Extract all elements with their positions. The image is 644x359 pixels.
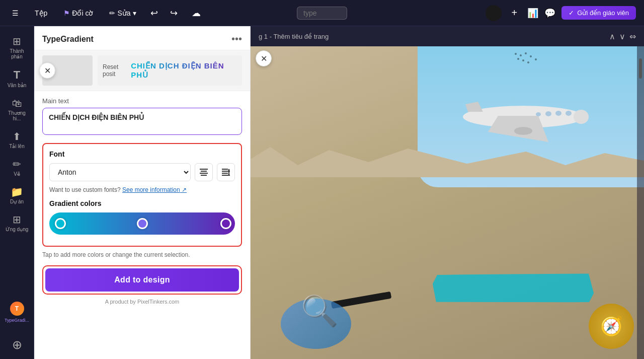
apps-icon: ⊞ (13, 214, 21, 225)
sidebar-item-upload[interactable]: ⬆ Tải lên (2, 127, 32, 153)
svg-rect-0 (200, 169, 208, 170)
svg-rect-3 (201, 175, 207, 176)
avatar[interactable] (486, 5, 502, 21)
brand-icon: 🛍 (12, 98, 22, 108)
compass-element: 🧭 (589, 304, 634, 349)
panel-content: Main text CHIẾN DỊCH ĐIỆN BIÊN PHỦ Font … (34, 91, 250, 359)
text-icon: T (14, 69, 20, 81)
branding-area: A product by PixelTinkers.com (42, 299, 242, 315)
svg-point-16 (536, 112, 541, 116)
upload-icon: ⬆ (13, 131, 21, 141)
canvas-close-button[interactable]: ✕ (256, 50, 272, 66)
typegradient-icon: T (10, 302, 24, 316)
file-button[interactable]: Tệp (31, 7, 51, 19)
svg-point-19 (520, 54, 522, 56)
svg-point-18 (515, 53, 517, 55)
font-section: Font Anton (42, 143, 242, 247)
projects-icon: 📁 (11, 187, 23, 197)
topbar-left: ☰ Tệp ⚑ Đổi cờ ✏ Sửa ▾ ↩ ↪ ☁ (8, 6, 289, 21)
canvas-expand[interactable]: ⇔ (629, 32, 636, 41)
font-select[interactable]: Anton (49, 163, 191, 181)
plugin-panel: TypeGradient ••• Reset posit CHIẾN DỊCH … (34, 26, 251, 359)
main-text-input[interactable]: CHIẾN DỊCH ĐIỆN BIÊN PHỦ (42, 108, 242, 135)
send-to-teacher-button[interactable]: ✓ Gửi đến giáo viên (561, 6, 636, 20)
sidebar-icons: ⊞ Thành phần T Văn bản 🛍 Thương hi... ⬆ … (0, 26, 34, 359)
font-section-title: Font (49, 150, 235, 158)
svg-point-23 (530, 55, 532, 57)
gradient-preview-text: CHIẾN DỊCH ĐIỆN BIÊN PHỦ (131, 61, 237, 80)
svg-marker-12 (465, 102, 483, 112)
sidebar-item-apps[interactable]: ⊞ Ứng dụng (2, 210, 32, 236)
reset-position-box[interactable]: Reset posit CHIẾN DỊCH ĐIỆN BIÊN PHỦ (98, 55, 242, 86)
canvas-nav-down[interactable]: ∨ (619, 32, 625, 41)
draw-icon: ✏ (13, 159, 21, 169)
switch-button[interactable]: ⚑ Đổi cờ (59, 7, 97, 19)
sidebar-item-components[interactable]: ⊞ Thành phần (2, 32, 32, 63)
magnifier-icon: 🔍 (301, 293, 339, 329)
add-to-design-button[interactable]: Add to design (45, 268, 239, 292)
texture-svg (513, 51, 543, 71)
canvas-scrollbar[interactable] (637, 46, 644, 359)
gradient-stop-1[interactable] (55, 218, 66, 229)
reset-position-label: Reset posit (103, 63, 131, 78)
scrollbar-thumb (639, 58, 642, 79)
sidebar-item-brand[interactable]: 🛍 Thương hi... (2, 94, 32, 125)
comment-icon[interactable]: 💬 (544, 8, 555, 19)
canvas-top-bar: g 1 - Thêm tiêu đề trang ∧ ∨ ⇔ (251, 26, 644, 46)
topbar-right: + 📊 💬 ✓ Gửi đến giáo viên (355, 5, 636, 21)
svg-point-24 (527, 61, 529, 63)
panel-title: TypeGradient (42, 35, 94, 44)
svg-rect-2 (200, 173, 208, 174)
text-align-button[interactable] (195, 163, 213, 181)
dots-texture (513, 51, 543, 74)
tap-hint-text: Tap to add more colors or change the cur… (42, 251, 242, 259)
edit-button[interactable]: ✏ Sửa ▾ (105, 7, 140, 19)
gradient-slider[interactable] (49, 212, 235, 235)
gradient-stop-2[interactable] (137, 218, 148, 229)
svg-point-21 (517, 58, 519, 60)
type-input[interactable] (297, 7, 347, 20)
sidebar-item-text[interactable]: T Văn bản (2, 65, 32, 92)
svg-point-25 (535, 58, 537, 60)
main-text-label: Main text (42, 97, 242, 105)
sidebar-item-typegradient[interactable]: T TypeGradi... (2, 298, 32, 327)
plus-circle-icon: ⊕ (12, 339, 22, 351)
hamburger-button[interactable]: ☰ (8, 7, 23, 19)
gradient-stop-3[interactable] (220, 218, 231, 229)
svg-point-13 (545, 111, 551, 116)
sidebar-item-draw[interactable]: ✏ Vẽ (2, 155, 32, 181)
redo-button[interactable]: ↪ (168, 6, 180, 21)
canvas-nav-up[interactable]: ∧ (609, 32, 615, 41)
svg-rect-4 (222, 169, 228, 170)
undo-button[interactable]: ↩ (148, 6, 160, 21)
preview-area: Reset posit CHIẾN DỊCH ĐIỆN BIÊN PHỦ (34, 50, 250, 91)
brand-icon: ⚑ (63, 9, 70, 17)
close-x-icon: ✕ (261, 54, 267, 63)
custom-font-hint: Want to use custom fonts? See more infor… (49, 186, 235, 193)
external-link-icon: ↗ (182, 186, 187, 193)
chevron-down-icon: ▾ (133, 9, 136, 17)
svg-point-17 (514, 127, 532, 135)
svg-point-15 (566, 111, 572, 116)
font-row: Anton (49, 163, 235, 181)
sidebar-item-extra[interactable]: ⊕ (2, 335, 32, 355)
components-icon: ⊞ (13, 36, 21, 46)
pencil-icon: ✏ (109, 9, 115, 17)
see-more-info-link[interactable]: See more information ↗ (122, 186, 187, 193)
align-center-icon (200, 169, 208, 176)
chart-icon[interactable]: 📊 (527, 8, 538, 19)
panel-close-button[interactable]: ✕ (39, 62, 55, 79)
svg-rect-6 (222, 173, 228, 174)
add-collaborator-button[interactable]: + (508, 5, 522, 21)
canvas-background: 🔍 🧭 (251, 46, 644, 359)
topbar: ☰ Tệp ⚑ Đổi cờ ✏ Sửa ▾ ↩ ↪ ☁ + 📊 💬 ✓ Gửi… (0, 0, 644, 26)
text-sort-button[interactable] (217, 163, 235, 181)
sidebar-item-projects[interactable]: 📁 Dự án (2, 183, 32, 208)
teal-brush-stroke (433, 272, 594, 305)
branding-text: A product by PixelTinkers.com (105, 299, 180, 309)
canvas-nav: ∧ ∨ ⇔ (609, 32, 636, 41)
sort-icon (222, 169, 230, 176)
cloud-save-button[interactable]: ☁ (188, 6, 205, 21)
panel-more-button[interactable]: ••• (231, 33, 242, 45)
svg-point-20 (525, 52, 527, 54)
